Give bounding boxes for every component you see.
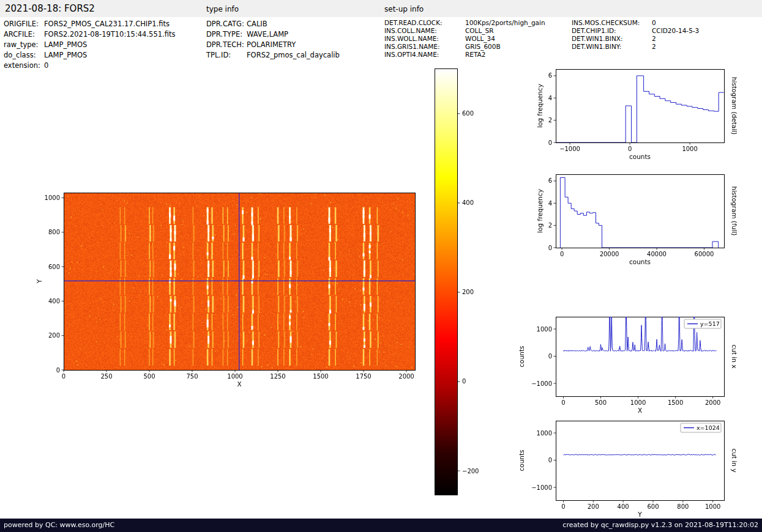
- svg-text:2: 2: [548, 117, 552, 124]
- setup-info-heading: set-up info: [384, 5, 424, 13]
- svg-text:200: 200: [462, 289, 474, 295]
- info-value-arcfile: FORS2.2021-08-19T10:15:44.551.fits: [44, 30, 175, 39]
- svg-text:1000: 1000: [682, 146, 697, 152]
- footer-created-by: created by qc_rawdisp.py v1.2.3 on 2021-…: [562, 521, 758, 529]
- svg-text:400: 400: [618, 503, 629, 510]
- svg-text:6: 6: [548, 72, 552, 79]
- svg-text:0: 0: [548, 353, 552, 360]
- info-value-optiname: RETA2: [465, 51, 485, 58]
- info-row-rawtype: raw_type:LAMP_PMOS: [4, 40, 175, 50]
- footer-bar: powered by QC: www.eso.org/HC created by…: [0, 519, 762, 532]
- info-row-dprtech: DPR.TECH:POLARIMETRY: [206, 40, 340, 50]
- svg-text:600: 600: [647, 503, 659, 510]
- info-value-dprtech: POLARIMETRY: [247, 40, 296, 49]
- svg-text:1000: 1000: [705, 503, 720, 510]
- info-label-collname: INS.COLL.NAME:: [384, 27, 465, 35]
- info-label-chipid: DET.CHIP1.ID:: [572, 27, 652, 35]
- svg-text:1000: 1000: [227, 373, 242, 380]
- info-label-origfile: ORIGFILE:: [4, 19, 44, 29]
- svg-text:0: 0: [548, 457, 552, 464]
- colorbar-axis: 6004002000−200: [458, 110, 479, 474]
- header-bar: 2021-08-18: FORS2 type info set-up info: [0, 0, 762, 17]
- setup-info-right-column: INS.MOS.CHECKSUM:0 DET.CHIP1.ID:CCID20-1…: [572, 19, 699, 51]
- svg-text:400: 400: [462, 199, 474, 206]
- info-label-binx: DET.WIN1.BINX:: [572, 35, 652, 43]
- info-label-dprcatg: DPR.CATG:: [206, 19, 247, 29]
- svg-text:counts: counts: [629, 258, 651, 265]
- info-label-dprtype: DPR.TYPE:: [206, 29, 247, 40]
- info-row-arcfile: ARCFILE:FORS2.2021-08-19T10:15:44.551.fi…: [4, 29, 175, 40]
- info-value-dprtype: WAVE,LAMP: [247, 30, 288, 39]
- svg-text:4: 4: [548, 200, 552, 207]
- info-value-biny: 2: [652, 43, 656, 50]
- cut-in-x-plot: 0500100015002000−100001000Xcountscut in …: [518, 290, 738, 414]
- svg-text:1750: 1750: [356, 373, 371, 380]
- info-value-wollname: WOLL_34: [465, 35, 495, 42]
- info-row-binx: DET.WIN1.BINX:2: [572, 35, 699, 43]
- svg-text:1000: 1000: [537, 326, 552, 333]
- svg-text:6: 6: [548, 177, 552, 184]
- svg-text:2000: 2000: [398, 373, 414, 380]
- svg-text:histogram (detail): histogram (detail): [731, 77, 738, 135]
- info-row-optiname: INS.OPTI4.NAME:RETA2: [384, 51, 545, 59]
- svg-text:log frequency: log frequency: [536, 84, 543, 128]
- svg-text:60000: 60000: [695, 251, 714, 257]
- svg-text:0: 0: [548, 139, 552, 146]
- svg-text:X: X: [237, 380, 241, 388]
- svg-text:2000: 2000: [705, 399, 720, 406]
- svg-text:1000: 1000: [537, 430, 552, 437]
- svg-text:−1000: −1000: [531, 484, 552, 491]
- svg-text:20000: 20000: [600, 251, 619, 257]
- info-label-dprtech: DPR.TECH:: [206, 40, 247, 50]
- info-row-biny: DET.WIN1.BINY:2: [572, 43, 699, 51]
- svg-text:cut in y: cut in y: [731, 448, 738, 472]
- svg-text:counts: counts: [518, 345, 525, 367]
- svg-text:X: X: [638, 407, 642, 414]
- detector-image: [64, 193, 415, 370]
- svg-text:800: 800: [677, 503, 689, 510]
- svg-text:2: 2: [548, 222, 552, 229]
- info-row-dprtype: DPR.TYPE:WAVE,LAMP: [206, 29, 340, 40]
- svg-text:0: 0: [560, 251, 564, 257]
- info-row-chipid: DET.CHIP1.ID:CCID20-14-5-3: [572, 27, 699, 35]
- histogram-detail-plot: −1000010000246countslog frequencyhistogr…: [536, 70, 738, 161]
- info-row-grisname: INS.GRIS1.NAME:GRIS_600B: [384, 43, 545, 51]
- info-row-wollname: INS.WOLL.NAME:WOLL_34: [384, 35, 545, 43]
- svg-text:cut in x: cut in x: [731, 344, 738, 368]
- svg-text:200: 200: [588, 503, 599, 510]
- info-value-binx: 2: [652, 35, 656, 42]
- info-value-collname: COLL_SR: [465, 27, 494, 34]
- info-row-doclass: do_class:LAMP_PMOS: [4, 50, 175, 61]
- info-row-tplid: TPL.ID:FORS2_pmos_cal_daycalib: [206, 50, 340, 61]
- info-label-moschecksum: INS.MOS.CHECKSUM:: [572, 19, 652, 27]
- svg-text:−1000: −1000: [531, 380, 552, 387]
- svg-text:0: 0: [628, 146, 632, 152]
- svg-text:0: 0: [56, 367, 60, 374]
- info-value-extension: 0: [44, 61, 48, 70]
- colorbar: [435, 68, 458, 495]
- svg-text:1000: 1000: [45, 194, 60, 201]
- svg-text:−1000: −1000: [559, 146, 580, 152]
- info-value-origfile: FORS2_PMOS_CAL231.17.CHIP1.fits: [44, 20, 170, 28]
- svg-text:0: 0: [462, 378, 466, 385]
- info-value-moschecksum: 0: [652, 19, 656, 26]
- svg-text:log frequency: log frequency: [536, 189, 543, 233]
- svg-text:600: 600: [48, 264, 60, 270]
- svg-text:1000: 1000: [630, 399, 646, 406]
- svg-text:0: 0: [561, 399, 565, 406]
- svg-text:Y: Y: [35, 279, 43, 284]
- svg-text:counts: counts: [518, 449, 525, 471]
- info-value-chipid: CCID20-14-5-3: [652, 27, 699, 34]
- info-row-readclock: DET.READ.CLOCK:100Kps/2ports/high_gain: [384, 19, 545, 27]
- info-label-arcfile: ARCFILE:: [4, 29, 44, 40]
- svg-text:0: 0: [548, 245, 552, 251]
- svg-text:4: 4: [548, 95, 552, 102]
- svg-text:0: 0: [561, 503, 565, 510]
- svg-text:x=1024: x=1024: [697, 424, 720, 431]
- svg-text:200: 200: [48, 332, 60, 339]
- info-label-biny: DET.WIN1.BINY:: [572, 43, 652, 51]
- info-value-rawtype: LAMP_PMOS: [44, 40, 87, 49]
- info-row-extension: extension:0: [4, 61, 175, 71]
- info-label-extension: extension:: [4, 61, 44, 71]
- info-label-wollname: INS.WOLL.NAME:: [384, 35, 465, 43]
